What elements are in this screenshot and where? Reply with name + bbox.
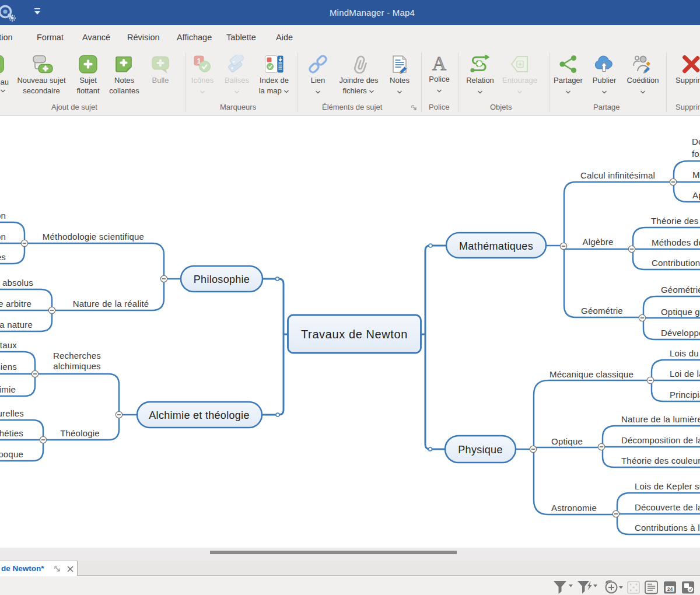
svg-text:Expérimentation: Expérimentation [0, 232, 6, 242]
svg-text:alchimiques: alchimiques [53, 361, 100, 371]
svg-text:Théorie des polynômes: Théorie des polynômes [651, 216, 700, 226]
svg-text:Déduction des règles: Déduction des règles [0, 252, 6, 262]
svg-text:Nature de la lumière: Nature de la lumière [621, 414, 700, 424]
svg-text:Astronomie: Astronomie [551, 503, 597, 513]
svg-text:Contributions à l'astronomie: Contributions à l'astronomie [635, 523, 700, 533]
svg-text:Algèbre: Algèbre [582, 237, 613, 247]
svg-text:Découverte de la gravitation: Découverte de la gravitation [635, 502, 700, 512]
svg-text:Lois naturelles: Lois naturelles [0, 408, 24, 418]
svg-text:Méthode d'observation: Méthode d'observation [0, 211, 6, 220]
svg-text:Décomposition de la lumière: Décomposition de la lumière [621, 435, 700, 445]
svg-text:Étude des textes anciens: Étude des textes anciens [0, 362, 17, 372]
svg-text:Contributions aux équations: Contributions aux équations [652, 258, 700, 268]
svg-text:Étude des prophéties: Étude des prophéties [0, 428, 23, 438]
svg-text:Principes de chimie: Principes de chimie [0, 384, 16, 394]
svg-text:Calcul infinitésimal: Calcul infinitésimal [580, 170, 655, 180]
svg-text:Méthodologie scientifique: Méthodologie scientifique [43, 232, 144, 242]
svg-text:Libre arbitre: Libre arbitre [0, 299, 32, 309]
svg-text:Temps et espace absolus: Temps et espace absolus [0, 278, 33, 288]
svg-text:Philosophie: Philosophie [194, 274, 250, 285]
svg-text:Méthodes de résolution: Méthodes de résolution [652, 237, 700, 247]
svg-text:Théologie: Théologie [60, 428, 100, 438]
svg-text:Applications pratiques: Applications pratiques [692, 190, 700, 200]
svg-text:Lois du mouvement: Lois du mouvement [670, 348, 700, 358]
svg-text:Alchimie et théologie: Alchimie et théologie [149, 410, 249, 421]
svg-text:fondements: fondements [692, 149, 700, 159]
svg-text:Géométrie: Géométrie [581, 306, 623, 316]
svg-text:Lois de Kepler sur les orbites: Lois de Kepler sur les orbites [635, 481, 700, 491]
svg-text:Géométrie analytique: Géométrie analytique [661, 285, 700, 295]
svg-text:Optique géométrique: Optique géométrique [661, 307, 700, 317]
svg-text:Nature de la réalité: Nature de la réalité [73, 299, 149, 309]
svg-text:Philosophie de la nature: Philosophie de la nature [0, 320, 33, 330]
svg-text:A: A [432, 55, 447, 74]
svg-text:Méthode des fluxions: Méthode des fluxions [692, 170, 700, 180]
svg-text:Mécanique classique: Mécanique classique [550, 369, 634, 379]
svg-text:24: 24 [667, 586, 673, 592]
svg-text:Loi de la gravitation: Loi de la gravitation [670, 369, 700, 379]
svg-text:Recherches: Recherches [53, 351, 101, 360]
svg-text:Travaux de Newton: Travaux de Newton [301, 328, 408, 341]
svg-text:Principia Mathematica: Principia Mathematica [670, 390, 700, 400]
svg-text:Développement des: Développement des [692, 136, 700, 146]
svg-text:Développements divers: Développements divers [661, 328, 700, 338]
svg-text:Transmutation des métaux: Transmutation des métaux [0, 340, 17, 350]
svg-text:Théorie des couleurs: Théorie des couleurs [621, 456, 700, 466]
svg-text:Optique: Optique [551, 436, 583, 446]
svg-text:Physique: Physique [458, 444, 502, 456]
svg-text:Vision de l'époque: Vision de l'époque [0, 449, 23, 459]
svg-text:Mathématiques: Mathématiques [459, 240, 533, 252]
